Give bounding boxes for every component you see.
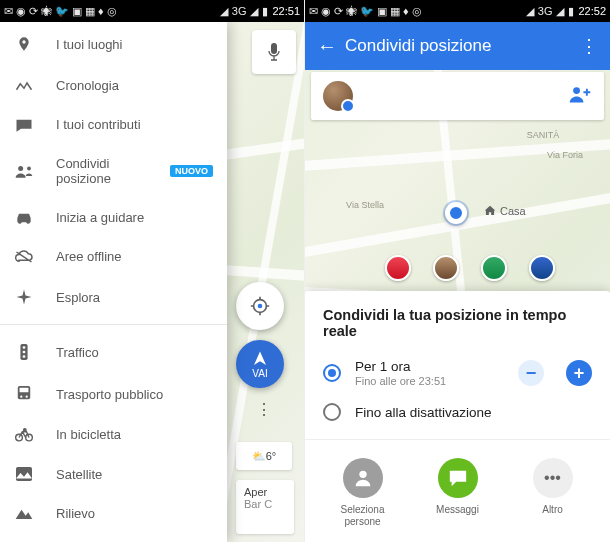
contact-avatar[interactable] (433, 255, 459, 281)
menu-your-places[interactable]: I tuoi luoghi (0, 22, 227, 66)
menu-timeline[interactable]: Cronologia (0, 66, 227, 105)
appbar-title: Condividi posizione (345, 36, 580, 56)
layer-terrain[interactable]: Rilievo (0, 494, 227, 533)
sheet-title: Condividi la tua posizione in tempo real… (305, 291, 610, 351)
voice-search-button[interactable] (252, 30, 296, 74)
svg-rect-0 (271, 43, 277, 54)
weather-chip[interactable]: ⛅ 6° (236, 442, 292, 470)
contact-avatar[interactable] (481, 255, 507, 281)
share-label: Altro (542, 504, 563, 516)
share-label: Seleziona persone (323, 504, 403, 528)
appbar: ← Condividi posizione ⋮ (305, 22, 610, 70)
layer-traffic[interactable]: Traffico (0, 331, 227, 373)
menu-label: Condividi posizione (56, 156, 144, 186)
menu-contributions[interactable]: I tuoi contributi (0, 105, 227, 144)
option-primary: Per 1 ora (355, 359, 496, 374)
compass-icon (14, 288, 34, 306)
badge-new: NUOVO (170, 165, 213, 177)
locate-me-button[interactable] (236, 282, 284, 330)
map-menu-dots[interactable]: ⋮ (256, 400, 272, 419)
layer-bike[interactable]: In bicicletta (0, 415, 227, 454)
layer-label: In bicicletta (56, 427, 121, 442)
box-icon: ▣ (377, 5, 387, 18)
decrease-time-button[interactable]: − (518, 360, 544, 386)
signal-icon: ◢ (250, 5, 258, 18)
wifi-icon: ◢ (526, 5, 534, 18)
msg-icon: ✉ (309, 5, 318, 18)
message-icon (438, 458, 478, 498)
globe-icon: ◉ (16, 5, 26, 18)
svg-point-10 (23, 355, 26, 358)
svg-point-12 (20, 396, 22, 398)
svg-point-21 (573, 87, 580, 94)
bug-icon: 🕷 (346, 5, 357, 17)
layer-label: Traffico (56, 345, 99, 360)
svg-point-5 (18, 220, 21, 223)
option-primary: Fino alla disattivazione (355, 405, 592, 420)
menu-share-location[interactable]: Condividi posizione NUOVO (0, 144, 227, 198)
phone-left: ✉ ◉ ⟳ 🕷 🐦 ▣ ▦ ♦ ◎ ◢ 3G ◢ ▮ 22:51 VAI (0, 0, 305, 542)
back-button[interactable]: ← (317, 35, 345, 58)
menu-label: I tuoi contributi (56, 117, 141, 132)
sync-icon: ⟳ (334, 5, 343, 18)
svg-point-22 (359, 471, 366, 478)
add-person-button[interactable] (568, 85, 592, 108)
option-for-1-hour[interactable]: Per 1 ora Fino alle ore 23:51 − + (305, 351, 610, 395)
svg-point-16 (26, 434, 33, 441)
battery-icon: ▮ (568, 5, 574, 18)
menu-label: Esplora (56, 290, 100, 305)
signal-icon: ◢ (556, 5, 564, 18)
globe-icon: ◉ (321, 5, 331, 18)
bottom-place-card[interactable]: Aper Bar C (236, 480, 294, 534)
menu-start-driving[interactable]: Inizia a guidare (0, 198, 227, 237)
more-icon: ••• (533, 458, 573, 498)
share-bottom-sheet: Condividi la tua posizione in tempo real… (305, 291, 610, 542)
microphone-icon (266, 42, 282, 62)
crosshair-icon (249, 295, 271, 317)
svg-point-4 (27, 167, 31, 171)
bug-icon: 🕷 (41, 5, 52, 17)
traffic-icon (14, 343, 34, 361)
navigation-drawer: I tuoi luoghi Cronologia I tuoi contribu… (0, 22, 227, 542)
drop-icon: ♦ (98, 5, 104, 17)
road-label: SANITÀ (527, 130, 560, 140)
battery-icon: ▮ (262, 5, 268, 18)
layer-label: Satellite (56, 467, 102, 482)
share-more[interactable]: ••• Altro (513, 458, 593, 528)
status-bar-left: ✉ ◉ ⟳ 🕷 🐦 ▣ ▦ ♦ ◎ ◢ 3G ◢ ▮ 22:51 (0, 0, 304, 22)
menu-offline-areas[interactable]: Aree offline (0, 237, 227, 276)
gps-icon: ◎ (412, 5, 422, 18)
layer-transit[interactable]: Trasporto pubblico (0, 373, 227, 415)
home-pin[interactable]: Casa (483, 204, 526, 218)
menu-separator (0, 324, 227, 325)
people-card[interactable] (311, 72, 604, 120)
menu-label: Inizia a guidare (56, 210, 144, 225)
card-line1: Aper (244, 486, 286, 498)
svg-point-17 (24, 428, 27, 431)
svg-rect-14 (20, 388, 29, 392)
shared-avatars (385, 255, 555, 281)
place-icon (14, 34, 34, 54)
contact-avatar[interactable] (529, 255, 555, 281)
contact-avatar[interactable] (385, 255, 411, 281)
go-label: VAI (252, 368, 267, 379)
share-select-people[interactable]: Seleziona persone (323, 458, 403, 528)
share-label: Messaggi (436, 504, 479, 516)
menu-explore[interactable]: Esplora (0, 276, 227, 318)
appbar-more-button[interactable]: ⋮ (580, 35, 598, 57)
radio-unchecked-icon (323, 403, 341, 421)
img-icon: ▦ (390, 5, 400, 18)
layer-satellite[interactable]: Satellite (0, 454, 227, 494)
timeline-icon (14, 80, 34, 92)
box-icon: ▣ (72, 5, 82, 18)
share-messages[interactable]: Messaggi (418, 458, 498, 528)
navigate-icon (251, 350, 269, 368)
increase-time-button[interactable]: + (566, 360, 592, 386)
svg-point-9 (23, 351, 26, 354)
net-label: 3G (232, 5, 247, 17)
option-until-off[interactable]: Fino alla disattivazione (305, 395, 610, 429)
go-navigate-button[interactable]: VAI (236, 340, 284, 388)
road-label: Via Stella (346, 200, 384, 210)
layer-google-earth[interactable]: Google Earth (0, 533, 227, 542)
contrib-icon (14, 118, 34, 132)
